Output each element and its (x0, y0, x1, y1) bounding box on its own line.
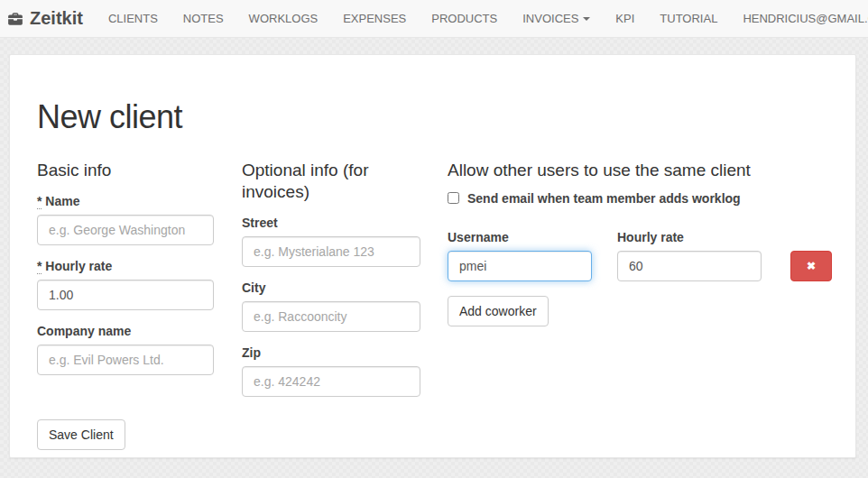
name-label: * Name (37, 194, 214, 208)
new-client-panel: New client Basic info * Name * Hourly ra… (9, 54, 856, 458)
nav-item-label: INVOICES (522, 12, 578, 25)
share-client-heading: Allow other users to use the same client (448, 160, 832, 181)
zip-field-group: Zip (242, 345, 420, 397)
coworker-row: Username Hourly rate ✖ (448, 230, 832, 281)
city-field-group: City (242, 280, 420, 332)
nav-item-account-dropdown[interactable]: HENDRICIUS@GMAIL.COM (730, 0, 868, 38)
required-asterisk: * (37, 259, 42, 274)
coworker-hourly-rate-label: Hourly rate (617, 230, 762, 244)
nav-item-products[interactable]: PRODUCTS (419, 0, 510, 38)
nav-item-worklogs[interactable]: WORKLOGS (236, 0, 331, 38)
name-label-text: Name (45, 194, 79, 208)
street-field-group: Street (242, 216, 420, 267)
nav-item-notes[interactable]: NOTES (171, 0, 236, 38)
city-label: City (242, 280, 420, 295)
nav-item-invoices-dropdown[interactable]: INVOICES (510, 0, 603, 38)
optional-info-section: Optional info (for invoices) Street City… (242, 160, 420, 410)
company-name-label: Company name (37, 324, 214, 338)
hourly-rate-input[interactable] (37, 280, 214, 310)
coworker-username-label: Username (448, 230, 592, 244)
send-email-label: Send email when team member adds worklog (467, 191, 741, 206)
hourly-rate-field-group: * Hourly rate (37, 259, 214, 310)
company-name-field-group: Company name (37, 324, 214, 375)
zip-input[interactable] (242, 366, 420, 397)
optional-info-heading: Optional info (for invoices) (242, 160, 420, 203)
form-columns: Basic info * Name * Hourly rate Company … (37, 160, 828, 450)
send-email-checkbox[interactable] (448, 192, 459, 204)
coworker-hourly-rate-input[interactable] (617, 251, 762, 281)
name-field-group: * Name (37, 194, 214, 245)
company-name-input[interactable] (37, 345, 214, 375)
city-input[interactable] (242, 301, 420, 332)
nav-item-tutorial[interactable]: TUTORIAL (647, 0, 730, 38)
coworker-username-input[interactable] (448, 251, 592, 281)
zip-label: Zip (242, 345, 420, 360)
coworker-hourly-rate-group: Hourly rate (617, 230, 762, 281)
nav-item-kpi[interactable]: KPI (603, 0, 647, 38)
street-input[interactable] (242, 236, 420, 267)
brand-link[interactable]: Zeitkit (7, 8, 83, 29)
save-client-button[interactable]: Save Client (37, 419, 125, 450)
hourly-rate-label: * Hourly rate (37, 259, 214, 273)
send-email-checkbox-row: Send email when team member adds worklog (448, 191, 832, 206)
street-label: Street (242, 216, 420, 230)
add-coworker-button[interactable]: Add coworker (448, 296, 549, 326)
account-email-label: HENDRICIUS@GMAIL.COM (743, 12, 868, 25)
nav-item-clients[interactable]: CLIENTS (96, 0, 171, 38)
share-client-section: Allow other users to use the same client… (448, 160, 832, 326)
basic-info-heading: Basic info (37, 160, 214, 181)
brand-label: Zeitkit (30, 8, 83, 29)
hourly-rate-label-text: Hourly rate (45, 259, 112, 273)
required-asterisk: * (37, 194, 42, 209)
page-title: New client (37, 98, 828, 136)
coworker-username-group: Username (448, 230, 592, 281)
remove-coworker-button[interactable]: ✖ (790, 251, 832, 281)
basic-info-section: Basic info * Name * Hourly rate Company … (37, 160, 214, 450)
remove-icon: ✖ (807, 260, 816, 272)
nav-item-expenses[interactable]: EXPENSES (330, 0, 419, 38)
briefcase-icon (7, 11, 23, 27)
caret-down-icon (583, 17, 590, 21)
top-navbar: Zeitkit CLIENTS NOTES WORKLOGS EXPENSES … (0, 0, 868, 38)
name-input[interactable] (37, 215, 214, 245)
